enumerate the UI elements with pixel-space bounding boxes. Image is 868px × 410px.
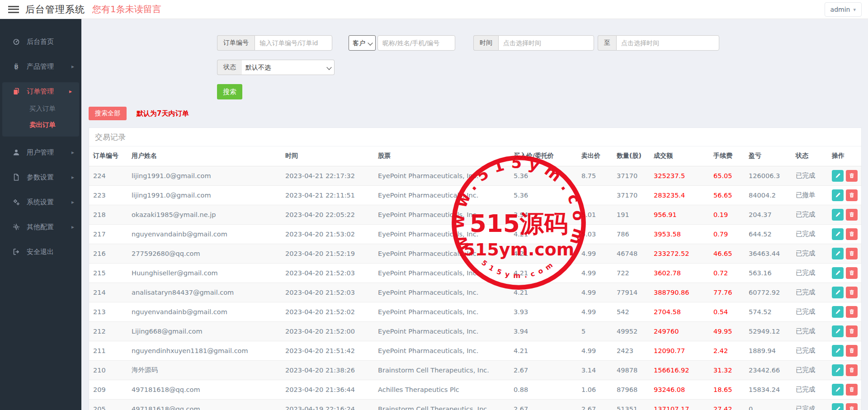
customer-input[interactable] [377, 35, 455, 51]
user-name: lijing1991.0@gmail.com [127, 166, 281, 185]
sell-price: 4.99 [577, 263, 613, 283]
delete-button[interactable] [846, 267, 858, 279]
buy-price: 3.93 [509, 302, 577, 321]
stock-name: Brainstorm Cell Therapeutics, Inc. [374, 360, 509, 380]
order-no-input[interactable] [255, 35, 332, 51]
fee: 56.65 [709, 185, 745, 205]
profit-loss: 84004.2 [745, 185, 792, 205]
edit-button[interactable] [832, 306, 844, 318]
user-name: Lijing668@gmail.com [127, 321, 281, 341]
edit-button[interactable] [832, 325, 844, 337]
sidebar-item-label: 用户管理 [27, 148, 54, 157]
delete-button[interactable] [846, 325, 858, 337]
user-dropdown[interactable]: admin ▾ [825, 2, 862, 17]
profit-loss: 0 [745, 399, 792, 410]
edit-button[interactable] [832, 384, 844, 396]
order-id: 213 [89, 302, 127, 321]
user-name: 497181618@qq.com [127, 380, 281, 399]
sidebar-item[interactable]: 订单管理▸ [2, 82, 79, 100]
sidebar-subitem[interactable]: 买入订单 [2, 100, 79, 117]
delete-button[interactable] [846, 364, 858, 376]
unread-message-notice[interactable]: 您有1条未读留言 [92, 3, 161, 15]
fee: 31.32 [709, 360, 745, 380]
row-actions [828, 380, 861, 399]
sidebar-item[interactable]: 参数设置▸ [0, 168, 81, 186]
delete-button[interactable] [846, 384, 858, 396]
edit-button[interactable] [832, 403, 844, 410]
delete-button[interactable] [846, 345, 858, 357]
buy-price: 4.21 [509, 244, 577, 263]
customer-type-select[interactable]: 客户 [349, 35, 376, 51]
buy-price: 3.94 [509, 205, 577, 224]
order-time: 2023-04-19 22:16:24 [281, 399, 374, 410]
quantity: 49952 [613, 321, 650, 341]
delete-button[interactable] [846, 306, 858, 318]
sidebar-item[interactable]: 其他配置▸ [0, 218, 81, 236]
status-select[interactable]: 默认不选 [242, 60, 335, 75]
row-actions [828, 360, 861, 380]
time-start-input[interactable] [498, 35, 594, 51]
profit-loss: 204.37 [745, 205, 792, 224]
quantity: 49878 [613, 360, 650, 380]
edit-button[interactable] [832, 189, 844, 201]
sell-price: 8.75 [577, 166, 613, 185]
search-button[interactable]: 搜索 [217, 84, 242, 99]
status: 已完成 [792, 263, 828, 283]
order-id: 210 [89, 360, 127, 380]
order-id: 205 [89, 399, 127, 410]
edit-button[interactable] [832, 364, 844, 376]
sidebar-item-label: 后台首页 [27, 38, 54, 46]
user-name: lijing1991.0@gmail.com [127, 185, 281, 205]
edit-button[interactable] [832, 287, 844, 298]
order-time: 2023-04-21 22:17:32 [281, 166, 374, 185]
sidebar-item[interactable]: 后台首页 [0, 33, 81, 51]
chevron-right-icon: ▸ [71, 149, 74, 156]
edit-button[interactable] [832, 248, 844, 259]
sell-price: 1.06 [577, 380, 613, 399]
edit-button[interactable] [832, 267, 844, 279]
user-name: Huunghiseller@gmail.com [127, 263, 281, 283]
table-row: 212Lijing668@gmail.com2023-04-20 21:52:0… [89, 321, 861, 341]
order-id: 217 [89, 224, 127, 244]
time-end-input[interactable] [616, 35, 719, 51]
delete-button[interactable] [846, 228, 858, 240]
sell-price: 4.99 [577, 341, 613, 360]
sell-price: 5 [577, 321, 613, 341]
table-row: 215Huunghiseller@gmail.com2023-04-20 21:… [89, 263, 861, 283]
svg-text:B: B [14, 63, 19, 70]
status: 已完成 [792, 321, 828, 341]
edit-button[interactable] [832, 228, 844, 240]
profit-loss: 52949.12 [745, 321, 792, 341]
row-actions [828, 205, 861, 224]
edit-button[interactable] [832, 170, 844, 182]
order-time: 2023-04-20 21:52:00 [281, 321, 374, 341]
row-actions [828, 302, 861, 321]
caret-down-icon: ▾ [853, 7, 856, 13]
delete-button[interactable] [846, 189, 858, 201]
orders-icon [13, 88, 21, 95]
sidebar-item[interactable]: 安全退出 [0, 243, 81, 261]
table-row: 216277592680@qq.com2023-04-20 21:52:19Ey… [89, 244, 861, 263]
edit-button[interactable] [832, 209, 844, 221]
sidebar-item[interactable]: B产品管理▸ [0, 57, 81, 75]
sidebar-item-label: 订单管理 [27, 87, 54, 96]
turnover: 233272.52 [650, 244, 709, 263]
delete-button[interactable] [846, 403, 858, 410]
username: admin [830, 6, 850, 13]
order-id: 209 [89, 380, 127, 399]
chevron-right-icon: ▸ [71, 174, 74, 180]
sidebar-subitem[interactable]: 卖出订单 [2, 117, 79, 133]
delete-button[interactable] [846, 209, 858, 221]
delete-button[interactable] [846, 248, 858, 259]
hamburger-menu-icon[interactable] [8, 6, 19, 13]
edit-button[interactable] [832, 345, 844, 357]
bitcoin-icon: B [13, 63, 21, 70]
delete-button[interactable] [846, 287, 858, 298]
sidebar-item[interactable]: 用户管理▸ [0, 143, 81, 161]
table-row: 224lijing1991.0@gmail.com2023-04-21 22:1… [89, 166, 861, 185]
delete-button[interactable] [846, 170, 858, 182]
chevron-right-icon: ▸ [69, 88, 72, 94]
sidebar-item[interactable]: 系统设置▸ [0, 193, 81, 211]
search-all-button[interactable]: 搜索全部 [89, 107, 127, 120]
top-header: 后台管理系统 您有1条未读留言 admin ▾ [0, 0, 868, 19]
